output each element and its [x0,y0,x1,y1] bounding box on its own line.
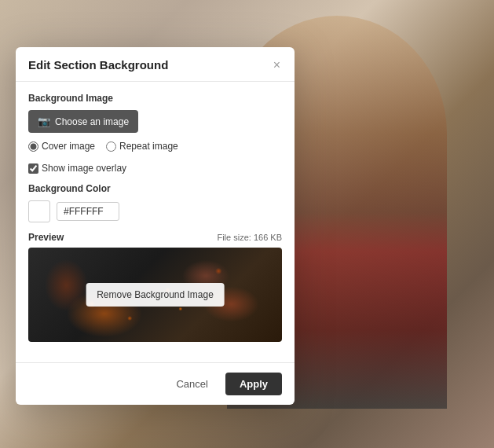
preview-image-container: Remove Background Image [28,248,282,342]
remove-background-button[interactable]: Remove Background Image [86,283,225,307]
show-overlay-option[interactable]: Show image overlay [28,163,126,174]
preview-section: Preview File size: 166 KB Remove Backgro… [28,232,282,342]
preview-label: Preview [28,232,64,243]
dialog-footer: Cancel Apply [16,362,295,405]
edit-section-background-dialog: Edit Section Background × Background Ima… [16,47,295,405]
repeat-image-radio[interactable] [106,141,116,152]
image-options-group: Cover image Repeat image Show image over… [28,141,282,174]
color-input-row [28,200,282,222]
cover-image-option[interactable]: Cover image [28,141,95,152]
color-hex-input[interactable] [57,202,119,221]
repeat-image-option[interactable]: Repeat image [106,141,178,152]
cover-image-radio[interactable] [28,141,38,152]
cancel-button[interactable]: Cancel [165,373,218,395]
choose-image-button[interactable]: 📷 Choose an image [28,110,138,133]
apply-button[interactable]: Apply [225,373,282,395]
close-button[interactable]: × [272,59,282,72]
image-icon: 📷 [38,116,50,127]
color-swatch[interactable] [28,200,50,222]
show-overlay-checkbox[interactable] [28,163,38,174]
dialog-title: Edit Section Background [28,58,168,72]
background-color-label: Background Color [28,183,282,194]
dialog-header: Edit Section Background × [16,47,295,82]
preview-header: Preview File size: 166 KB [28,232,282,243]
dialog-wrapper: Edit Section Background × Background Ima… [16,47,295,405]
background-image-label: Background Image [28,93,282,104]
file-size-text: File size: 166 KB [217,233,282,242]
dialog-body: Background Image 📷 Choose an image Cover… [16,82,295,362]
background-color-section: Background Color [28,183,282,222]
